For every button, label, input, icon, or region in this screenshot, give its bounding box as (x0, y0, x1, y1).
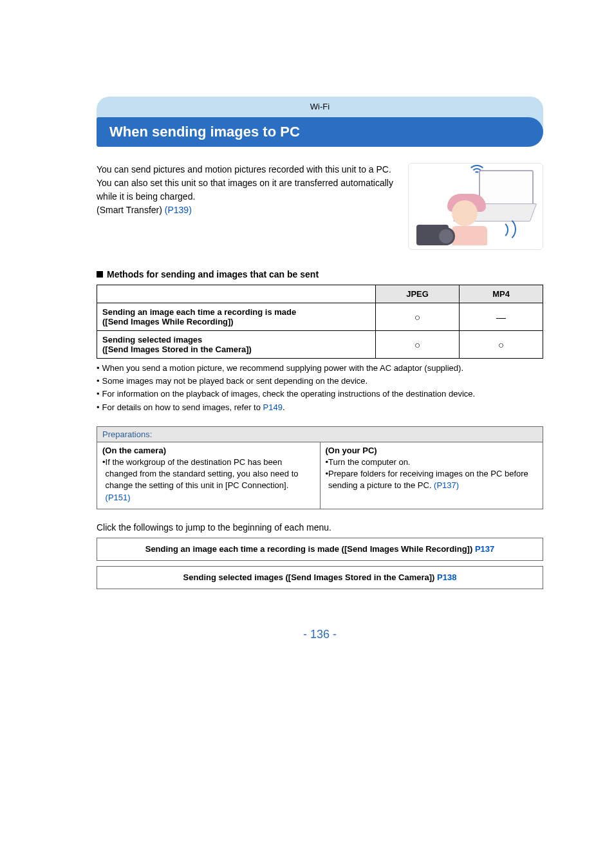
methods-heading: Methods for sending and images that can … (97, 269, 543, 279)
link-p137a[interactable]: (P137) (434, 480, 459, 490)
row1-mp4: — (460, 303, 543, 331)
jump-box-stored[interactable]: Sending selected images ([Send Images St… (97, 566, 543, 589)
jump-box-while-recording[interactable]: Sending an image each time a recording i… (97, 538, 543, 561)
send-methods-table: JPEG MP4 Sending an image each time a re… (97, 285, 543, 359)
user-with-camera-icon (416, 191, 513, 245)
col-jpeg: JPEG (376, 285, 460, 303)
link-p137b[interactable]: P137 (475, 544, 494, 554)
page-title: When sending images to PC (97, 117, 543, 147)
intro-paragraph-2: You can also set this unit so that image… (97, 176, 395, 203)
prep-right-heading: (On your PC) (326, 445, 538, 457)
header-category: Wi-Fi (97, 102, 543, 111)
link-p138[interactable]: P138 (437, 572, 456, 582)
row-send-stored: Sending selected images ([Send Images St… (97, 331, 376, 359)
row2-mp4: ○ (460, 331, 543, 359)
row1-line-a: Sending an image each time a recording i… (102, 307, 370, 317)
prep-col-pc: (On your PC) •Turn the computer on. •Pre… (320, 442, 543, 509)
notes-list: •When you send a motion picture, we reco… (97, 363, 543, 413)
row1-jpeg: ○ (376, 303, 460, 331)
jump-box2-text: Sending selected images ([Send Images St… (183, 572, 437, 582)
row2-line-a: Sending selected images (102, 335, 370, 344)
preparations-title: Preparations: (97, 427, 543, 442)
wifi-icon (468, 167, 487, 182)
page-number: - 136 - (97, 628, 543, 641)
row1-line-b: ([Send Images While Recording]) (102, 317, 370, 326)
link-p151[interactable]: (P151) (106, 493, 131, 502)
prep-left-item: If the workgroup of the destination PC h… (106, 457, 315, 504)
prep-right-item-1: Turn the computer on. (328, 457, 410, 468)
link-p149[interactable]: P149 (263, 402, 283, 412)
jump-box1-text: Sending an image each time a recording i… (145, 544, 475, 554)
col-mp4: MP4 (460, 285, 543, 303)
prep-col-camera: (On the camera) •If the workgroup of the… (97, 442, 320, 509)
link-p139[interactable]: (P139) (165, 205, 192, 215)
note-2: Some images may not be played back or se… (102, 375, 368, 387)
note-1: When you send a motion picture, we recom… (102, 363, 463, 374)
jump-intro: Click the followings to jump to the begi… (97, 522, 543, 533)
row2-jpeg: ○ (376, 331, 460, 359)
methods-heading-text: Methods for sending and images that can … (107, 269, 319, 279)
row-send-while-recording: Sending an image each time a recording i… (97, 303, 376, 331)
intro-p3-prefix: (Smart Transfer) (97, 205, 165, 215)
note-4: For details on how to send images, refer… (102, 402, 285, 413)
intro-paragraph-1: You can send pictures and motion picture… (97, 163, 395, 176)
row2-line-b: ([Send Images Stored in the Camera]) (102, 344, 370, 354)
intro-paragraph-3: (Smart Transfer) (P139) (97, 203, 395, 217)
note-3: For information on the playback of image… (102, 388, 476, 400)
square-bullet-icon (97, 271, 103, 278)
preparations-box: Preparations: (On the camera) •If the wo… (97, 426, 543, 509)
prep-left-heading: (On the camera) (102, 445, 315, 457)
prep-right-item-2: Prepare folders for receiving images on … (328, 468, 537, 491)
pc-transfer-illustration (408, 163, 543, 250)
